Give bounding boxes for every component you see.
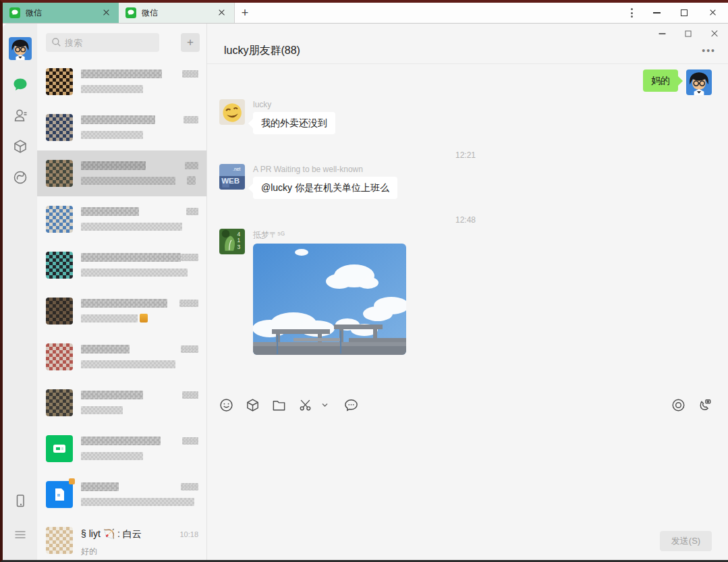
chat-time: 10:18	[175, 530, 198, 538]
chat-list-item[interactable]	[37, 380, 206, 426]
chat-list-item[interactable]	[37, 150, 206, 196]
chat-list-item[interactable]	[37, 242, 206, 288]
redacted-chat-time	[179, 300, 198, 307]
redacted-chat-time	[182, 391, 198, 399]
browser-maximize-button[interactable]	[681, 9, 688, 16]
browser-tab-wechat-2[interactable]: 微信	[119, 3, 235, 23]
redacted-chat-name	[81, 69, 162, 78]
chat-avatar	[46, 160, 73, 187]
chats-nav-icon[interactable]	[12, 76, 28, 92]
screenshot-dropdown-icon[interactable]	[316, 397, 333, 414]
chat-header: lucky朋友群(88) •••	[207, 24, 728, 64]
svg-text:3: 3	[237, 244, 240, 250]
new-tab-button[interactable]: +	[235, 3, 255, 23]
redacted-chat-name	[81, 253, 181, 262]
message-bubble[interactable]: 我的外卖还没到	[253, 112, 335, 134]
timestamp: 12:48	[219, 215, 712, 225]
screenshot-scissors-icon[interactable]	[297, 397, 314, 414]
redacted-chat-name	[81, 299, 167, 308]
redacted-chat-time	[181, 254, 198, 261]
incoming-message-row: lucky我的外卖还没到	[219, 99, 712, 134]
redacted-chat-name	[81, 482, 119, 491]
chat-avatar	[46, 481, 73, 508]
chat-avatar	[46, 298, 73, 325]
photo-message[interactable]	[253, 244, 406, 355]
chat-list-panel: + § liyt 🏹 : 白云10:18好的	[37, 24, 207, 560]
svg-text:.net: .net	[233, 167, 241, 171]
file-transfer-cube-icon[interactable]	[244, 397, 261, 414]
timestamp: 12:21	[219, 150, 712, 160]
browser-close-button[interactable]	[708, 7, 719, 18]
chat-avatar	[46, 527, 73, 554]
redacted-chat-time	[182, 437, 198, 445]
chat-list-item[interactable]	[37, 472, 206, 517]
redacted-chat-name	[81, 391, 143, 399]
chat-list-item[interactable]	[37, 426, 206, 472]
wechat-minimize-button[interactable]	[659, 33, 666, 34]
redacted-chat-message	[81, 177, 175, 185]
wechat-maximize-button[interactable]	[685, 31, 692, 37]
emoji-chip	[140, 314, 148, 322]
chat-list-item[interactable]	[37, 196, 206, 242]
message-avatar[interactable]: .netWEB	[219, 164, 245, 190]
svg-text:WEB: WEB	[221, 176, 240, 185]
browser-window: 微信 微信 +	[3, 3, 728, 560]
incoming-message-row: 413抵梦〒⁵ᴳ	[219, 229, 712, 355]
chat-list-item[interactable]: § liyt 🏹 : 白云10:18好的	[37, 517, 206, 560]
chat-main-panel: lucky朋友群(88) ••• 妈的lucky我的外卖还没到12:21.net…	[207, 24, 728, 560]
mobile-icon[interactable]	[12, 493, 28, 509]
browser-menu-icon[interactable]	[628, 5, 636, 20]
message-bubble[interactable]: @lucky 你是在机关单位上班么	[253, 177, 397, 199]
wechat-close-button[interactable]	[710, 30, 719, 38]
video-call-icon[interactable]	[696, 397, 713, 414]
chat-list-item[interactable]	[37, 288, 206, 334]
browser-minimize-button[interactable]	[653, 12, 661, 13]
outgoing-message-row: 妈的	[219, 69, 712, 95]
voice-record-icon[interactable]	[670, 397, 687, 414]
channels-nav-icon[interactable]	[12, 169, 28, 186]
browser-tab-wechat-1[interactable]: 微信	[3, 3, 119, 23]
send-button[interactable]: 发送(S)	[660, 531, 712, 551]
browser-controls	[628, 3, 728, 23]
favorites-cube-nav-icon[interactable]	[12, 138, 28, 154]
wechat-app: + § liyt 🏹 : 白云10:18好的 lucky朋友群(88) ••• …	[3, 24, 728, 560]
chat-list-item[interactable]	[37, 59, 206, 105]
redacted-chat-message	[81, 131, 143, 139]
chat-avatar	[46, 252, 73, 279]
tab-close-icon[interactable]	[217, 7, 227, 18]
chat-more-icon[interactable]: •••	[702, 45, 716, 56]
tab-label: 微信	[142, 7, 211, 19]
message-avatar[interactable]	[219, 99, 245, 125]
user-avatar[interactable]	[9, 37, 32, 60]
message-input-area[interactable]: 发送(S)	[207, 418, 728, 560]
message-list: 妈的lucky我的外卖还没到12:21.netWEBA PR Waiting t…	[207, 64, 728, 391]
folder-icon[interactable]	[271, 397, 287, 414]
redacted-chat-time	[186, 208, 198, 215]
redacted-chat-time	[181, 345, 198, 353]
incoming-message-row: .netWEBA PR Waiting to be well-known@luc…	[219, 164, 712, 199]
redacted-chat-time	[181, 483, 198, 490]
redacted-chat-message	[81, 223, 182, 231]
message-bubble[interactable]: 妈的	[643, 69, 678, 92]
contacts-nav-icon[interactable]	[12, 107, 28, 123]
chat-list-item[interactable]	[37, 105, 206, 150]
redacted-chat-time	[185, 162, 198, 169]
search-input[interactable]	[46, 33, 159, 52]
redacted-chat-name	[81, 161, 146, 170]
menu-icon[interactable]	[12, 526, 28, 542]
emoji-icon[interactable]	[218, 397, 235, 414]
chat-avatar	[46, 389, 73, 416]
message-avatar[interactable]: 413	[219, 229, 245, 254]
tab-close-icon[interactable]	[101, 7, 112, 18]
add-chat-button[interactable]: +	[181, 33, 200, 52]
screen: 微信 微信 +	[0, 0, 728, 562]
redacted-chat-message	[81, 360, 175, 368]
chat-avatar	[46, 206, 73, 233]
chat-history-icon[interactable]	[343, 397, 360, 414]
redacted-chat-name	[81, 115, 155, 124]
chat-list-item[interactable]	[37, 334, 206, 380]
chat-avatar	[46, 343, 73, 370]
redacted-chat-message	[81, 269, 188, 277]
message-avatar[interactable]	[686, 69, 712, 95]
composer-toolbar	[207, 391, 728, 418]
